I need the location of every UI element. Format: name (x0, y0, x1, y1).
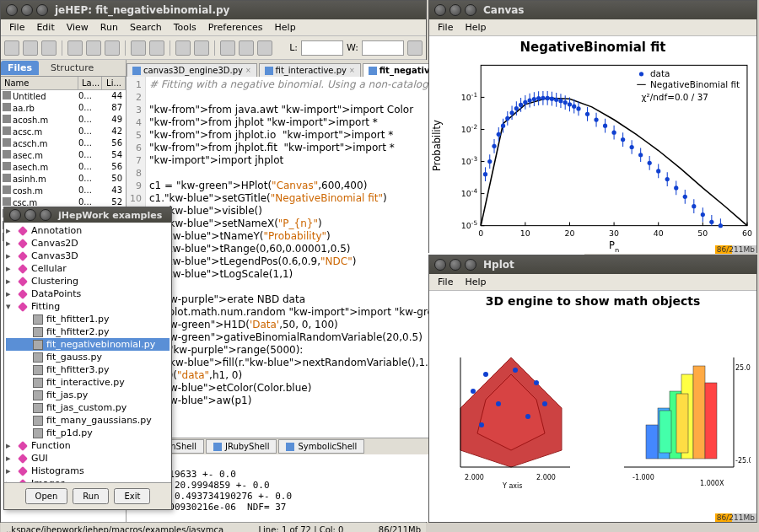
col-li[interactable]: Li... (102, 77, 126, 89)
svg-point-100 (709, 220, 713, 224)
redo-icon[interactable] (149, 40, 164, 56)
minimize-icon[interactable] (449, 259, 461, 271)
menu-edit[interactable]: Edit (31, 20, 59, 35)
svg-rect-128 (646, 425, 658, 459)
minimize-icon[interactable] (24, 209, 36, 221)
file-row[interactable]: acsch.m0...56 (1, 137, 126, 149)
close-tab-icon[interactable]: × (349, 67, 355, 74)
minimize-icon[interactable] (21, 4, 33, 16)
copy-icon[interactable] (86, 40, 101, 56)
svg-point-32 (492, 144, 496, 148)
shell-tab-jrubyshell[interactable]: JRubyShell (206, 439, 277, 454)
menu-file[interactable]: File (433, 275, 458, 289)
menu-preferences[interactable]: Preferences (203, 20, 268, 35)
stop-icon[interactable] (194, 40, 209, 56)
file-row[interactable]: asech.m0...56 (1, 161, 126, 173)
menu-tools[interactable]: Tools (169, 20, 202, 35)
toolbar-word-input[interactable] (362, 40, 404, 56)
menu-file[interactable]: File (4, 20, 30, 35)
menu-view[interactable]: View (62, 20, 94, 35)
tree-file[interactable]: fit_hfitter3.py (6, 363, 170, 376)
menu-help[interactable]: Help (460, 20, 491, 35)
file-row[interactable]: asinh.m0...50 (1, 173, 126, 185)
file-row[interactable]: aa.rb0...87 (1, 102, 126, 114)
new-file-icon[interactable] (4, 40, 19, 56)
tree-file[interactable]: fit_interactive.py (6, 376, 170, 389)
extra2-icon[interactable] (257, 40, 272, 56)
maximize-icon[interactable] (465, 4, 476, 16)
plot3d-area[interactable]: 2.000 2.000 Y axis 25.0 -25.0 -1.000 1.0… (429, 311, 756, 505)
folder-icon (18, 441, 28, 451)
ide-titlebar[interactable]: jeHEP: fit_negativebinomial.py (1, 1, 426, 19)
file-row[interactable]: acsc.m0...42 (1, 126, 126, 137)
save-icon[interactable] (41, 40, 57, 56)
file-row[interactable]: acosh.m0...49 (1, 114, 126, 126)
tab-files[interactable]: Files (1, 61, 39, 75)
folder-icon (18, 251, 28, 261)
run-button[interactable]: Run (73, 488, 109, 504)
menu-file[interactable]: File (433, 20, 458, 35)
tree-folder[interactable]: ▸Histograms (6, 465, 170, 477)
tree-folder[interactable]: ▸Cellular (6, 262, 170, 275)
cut-icon[interactable] (67, 40, 83, 56)
tree-folder[interactable]: ▸Canvas3D (6, 250, 170, 262)
svg-point-115 (525, 414, 530, 419)
tree-folder[interactable]: ▸GUI (6, 452, 170, 465)
tree-folder[interactable]: ▸Annotation (6, 224, 170, 237)
tree-file[interactable]: fit_many_gaussians.py (6, 414, 170, 427)
tree-file[interactable]: fit_negativebinomial.py (6, 338, 170, 351)
maximize-icon[interactable] (36, 4, 48, 16)
attach-icon[interactable] (220, 40, 235, 56)
tree-file[interactable]: fit_jas_custom.py (6, 401, 170, 414)
menu-help[interactable]: Help (270, 20, 301, 35)
tree-folder[interactable]: ▸Function (6, 439, 170, 452)
tree-folder[interactable]: ▸Canvas2D (6, 237, 170, 250)
run-icon[interactable] (175, 40, 191, 56)
editor-tab[interactable]: fit_interactive.py× (259, 63, 361, 77)
tree-folder[interactable]: ▸Clustering (6, 275, 170, 287)
menu-search[interactable]: Search (125, 20, 167, 35)
plot-area[interactable]: NegativeBinomial fit 10-110-210-310-410-… (429, 36, 756, 254)
col-name[interactable]: Name (1, 77, 78, 89)
tree-folder[interactable]: ▸DataPoints (6, 287, 170, 300)
file-row[interactable]: asec.m0...54 (1, 149, 126, 161)
file-icon (33, 327, 43, 337)
tree-file[interactable]: fit_p1d.py (6, 427, 170, 439)
svg-point-66 (568, 102, 572, 106)
python-icon (265, 67, 273, 75)
close-icon[interactable] (6, 4, 18, 16)
search-icon[interactable] (407, 40, 423, 56)
examples-tree[interactable]: ▸Annotation▸Canvas2D▸Canvas3D▸Cellular▸C… (4, 223, 171, 482)
menu-run[interactable]: Run (95, 20, 123, 35)
exit-button[interactable]: Exit (114, 488, 150, 504)
maximize-icon[interactable] (465, 259, 476, 271)
open-file-icon[interactable] (23, 40, 38, 56)
close-tab-icon[interactable]: × (245, 67, 251, 74)
tree-file[interactable]: fit_hfitter2.py (6, 325, 170, 338)
file-row[interactable]: cosh.m0...43 (1, 185, 126, 196)
close-icon[interactable] (434, 259, 446, 271)
maximize-icon[interactable] (40, 209, 51, 221)
minimize-icon[interactable] (449, 4, 461, 16)
file-row[interactable]: Untitled0...44 (1, 90, 126, 102)
menu-help[interactable]: Help (460, 275, 491, 289)
examples-window[interactable]: jHepWork examples ▸Annotation▸Canvas2D▸C… (3, 207, 172, 510)
svg-text:2.000: 2.000 (536, 474, 556, 481)
open-button[interactable]: Open (25, 488, 68, 504)
paste-icon[interactable] (105, 40, 120, 56)
tree-file[interactable]: fit_gauss.py (6, 351, 170, 363)
undo-icon[interactable] (131, 40, 146, 56)
tree-folder[interactable]: ▾Fitting (6, 300, 170, 313)
close-icon[interactable] (434, 4, 446, 16)
col-la[interactable]: La... (78, 77, 102, 89)
tab-structure[interactable]: Structure (44, 61, 100, 75)
extra1-icon[interactable] (239, 40, 254, 56)
shell-tab-symbolicshell[interactable]: SymbolicShell (278, 439, 364, 454)
tree-file[interactable]: fit_jas.py (6, 389, 170, 401)
svg-text:10-4: 10-4 (461, 186, 478, 198)
toolbar-line-input[interactable] (301, 40, 343, 56)
close-icon[interactable] (9, 209, 21, 221)
svg-point-72 (585, 112, 589, 116)
tree-file[interactable]: fit_hfitter1.py (6, 313, 170, 325)
editor-tab[interactable]: canvas3D_engine3D.py× (126, 63, 257, 77)
